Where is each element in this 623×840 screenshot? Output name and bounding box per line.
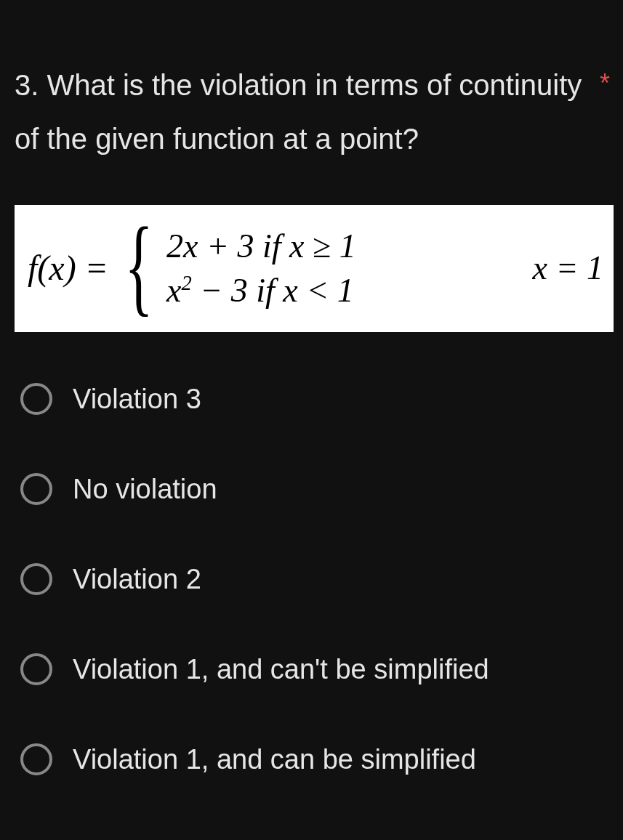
radio-icon (20, 473, 52, 505)
radio-icon (20, 743, 52, 775)
option-label: Violation 1, and can't be simplified (73, 654, 489, 685)
brace-icon: { (124, 233, 153, 298)
radio-option[interactable]: Violation 1, and can't be simplified (15, 624, 608, 714)
radio-option[interactable]: Violation 1, and can be simplified (15, 714, 608, 804)
equation-case-2: x2 − 3 if x < 1 (166, 271, 356, 310)
case2-post: − 3 if x < 1 (192, 272, 354, 309)
case2-pre: x (166, 272, 181, 309)
question-block: 3. What is the violation in terms of con… (15, 15, 608, 804)
question-text: 3. What is the violation in terms of con… (15, 58, 608, 166)
radio-icon (20, 383, 52, 415)
equation-cases: 2x + 3 if x ≥ 1 x2 − 3 if x < 1 (166, 227, 356, 310)
equation-lhs: f(x) = (28, 248, 108, 288)
options-list: Violation 3 No violation Violation 2 Vio… (15, 354, 608, 804)
equation-side: x = 1 (533, 249, 606, 287)
option-label: No violation (73, 474, 217, 505)
case2-exp: 2 (181, 271, 191, 294)
question-label: 3. What is the violation in terms of con… (15, 69, 582, 155)
radio-option[interactable]: Violation 2 (15, 534, 608, 624)
radio-option[interactable]: No violation (15, 444, 608, 534)
required-star-icon: * (600, 60, 610, 108)
option-label: Violation 2 (73, 564, 201, 595)
radio-icon (20, 563, 52, 595)
equation-image: f(x) = { 2x + 3 if x ≥ 1 x2 − 3 if x < 1… (15, 205, 614, 332)
equation-case-1: 2x + 3 if x ≥ 1 (166, 227, 356, 265)
case1-text: 2x + 3 if x ≥ 1 (166, 227, 356, 264)
radio-option[interactable]: Violation 3 (15, 354, 608, 444)
option-label: Violation 3 (73, 384, 201, 415)
radio-icon (20, 653, 52, 685)
option-label: Violation 1, and can be simplified (73, 744, 476, 775)
